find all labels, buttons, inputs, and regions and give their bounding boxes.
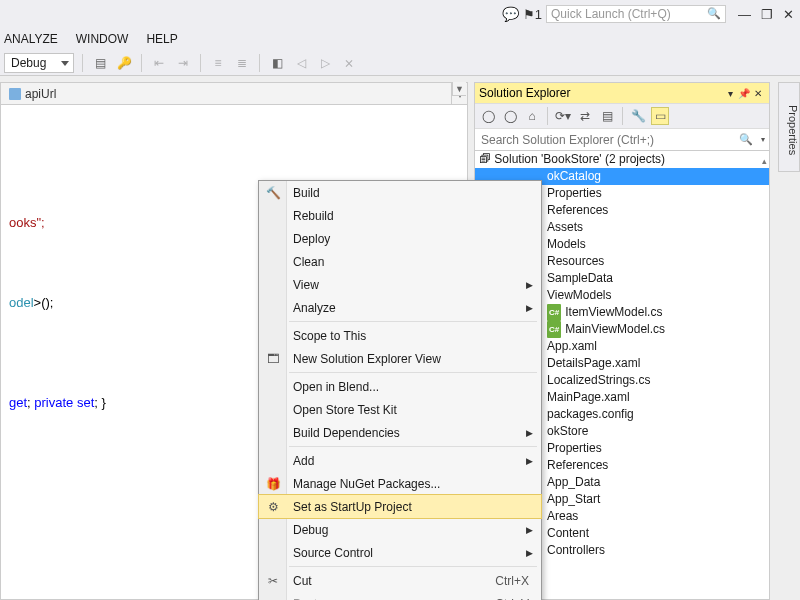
separator xyxy=(547,107,548,125)
next-bookmark-icon[interactable]: ▷ xyxy=(316,54,334,72)
menu-item-label: Clean xyxy=(293,255,324,269)
menu-item-label: Cut xyxy=(293,574,312,588)
config-label: Debug xyxy=(11,56,46,70)
menu-item-add[interactable]: Add▶ xyxy=(259,449,541,472)
menu-item-build-dependencies[interactable]: Build Dependencies▶ xyxy=(259,421,541,444)
menu-item-icon: 🔨 xyxy=(265,186,281,200)
menu-item-scope-to-this[interactable]: Scope to This xyxy=(259,324,541,347)
menu-item-rebuild[interactable]: Rebuild xyxy=(259,204,541,227)
separator xyxy=(622,107,623,125)
show-all-icon[interactable]: ▭ xyxy=(651,107,669,125)
menu-item-label: Build xyxy=(293,186,320,200)
menu-item-source-control[interactable]: Source Control▶ xyxy=(259,541,541,564)
back-icon[interactable]: ◯ xyxy=(479,107,497,125)
prev-bookmark-icon[interactable]: ◁ xyxy=(292,54,310,72)
menu-separator xyxy=(289,372,537,373)
home-icon[interactable]: ⌂ xyxy=(523,107,541,125)
menu-analyze[interactable]: ANALYZE xyxy=(4,32,58,46)
solution-search[interactable]: 🔍 ▾ xyxy=(475,129,769,151)
menu-item-analyze[interactable]: Analyze▶ xyxy=(259,296,541,319)
comment-icon[interactable]: ≡ xyxy=(209,54,227,72)
submenu-arrow-icon: ▶ xyxy=(526,525,533,535)
search-icon: 🔍 xyxy=(707,7,721,20)
restore-button[interactable]: ❐ xyxy=(761,7,773,22)
close-button[interactable]: ✕ xyxy=(783,7,794,22)
new-item-icon[interactable]: ▤ xyxy=(91,54,109,72)
menu-item-label: Debug xyxy=(293,523,328,537)
indent-left-icon[interactable]: ⇤ xyxy=(150,54,168,72)
solution-explorer-title: Solution Explorer xyxy=(479,86,723,100)
field-icon xyxy=(9,88,21,100)
submenu-arrow-icon: ▶ xyxy=(526,280,533,290)
main-toolbar: Debug ▤ 🔑 ⇤ ⇥ ≡ ≣ ◧ ◁ ▷ ⨯ xyxy=(0,50,800,76)
minimize-button[interactable]: — xyxy=(738,7,751,22)
menu-item-manage-nuget-packages[interactable]: 🎁Manage NuGet Packages... xyxy=(259,472,541,495)
pin-icon[interactable]: 📌 xyxy=(737,88,751,99)
menu-separator xyxy=(289,321,537,322)
solution-explorer-header[interactable]: Solution Explorer ▾ 📌 ✕ xyxy=(475,83,769,103)
menu-help[interactable]: HELP xyxy=(146,32,177,46)
notifications-flag[interactable]: ⚑1 xyxy=(523,7,542,22)
forward-icon[interactable]: ◯ xyxy=(501,107,519,125)
menu-item-label: New Solution Explorer View xyxy=(293,352,441,366)
config-combo[interactable]: Debug xyxy=(4,53,74,73)
menu-item-new-solution-explorer-view[interactable]: 🗔New Solution Explorer View xyxy=(259,347,541,370)
clear-bookmarks-icon[interactable]: ⨯ xyxy=(340,54,358,72)
menu-item-deploy[interactable]: Deploy xyxy=(259,227,541,250)
window-controls: — ❐ ✕ xyxy=(738,7,794,22)
context-menu: 🔨BuildRebuildDeployCleanView▶Analyze▶Sco… xyxy=(258,180,542,600)
menu-item-label: Deploy xyxy=(293,232,330,246)
menu-item-icon: ✂ xyxy=(265,574,281,588)
submenu-arrow-icon: ▶ xyxy=(526,548,533,558)
menu-shortcut: Ctrl+X xyxy=(495,574,529,588)
solution-search-input[interactable] xyxy=(479,132,765,148)
menu-item-label: Paste xyxy=(293,597,324,601)
window-position-icon[interactable]: ▾ xyxy=(723,88,737,99)
menu-item-view[interactable]: View▶ xyxy=(259,273,541,296)
submenu-arrow-icon: ▶ xyxy=(526,303,533,313)
menu-item-paste[interactable]: PasteCtrl+V xyxy=(259,592,541,600)
menu-item-icon: ⚙ xyxy=(265,500,281,514)
menu-window[interactable]: WINDOW xyxy=(76,32,129,46)
menu-item-open-in-blend[interactable]: Open in Blend... xyxy=(259,375,541,398)
indent-right-icon[interactable]: ⇥ xyxy=(174,54,192,72)
properties-icon[interactable]: 🔧 xyxy=(629,107,647,125)
menu-item-cut[interactable]: ✂CutCtrl+X xyxy=(259,569,541,592)
editor-nav-bar: apiUrl ▾ xyxy=(1,83,467,105)
submenu-arrow-icon: ▶ xyxy=(526,456,533,466)
separator xyxy=(82,54,83,72)
properties-tab[interactable]: Properties xyxy=(778,82,800,172)
menu-item-clean[interactable]: Clean xyxy=(259,250,541,273)
menu-separator xyxy=(289,566,537,567)
feedback-icon[interactable]: 💬 xyxy=(502,6,519,22)
find-icon[interactable]: 🔑 xyxy=(115,54,133,72)
title-bar: 💬 ⚑1 Quick Launch (Ctrl+Q) 🔍 — ❐ ✕ xyxy=(0,0,800,28)
sync-icon[interactable]: ⟳▾ xyxy=(554,107,572,125)
solution-root[interactable]: 🗊 Solution 'BookStore' (2 projects) xyxy=(475,151,769,168)
close-panel-icon[interactable]: ✕ xyxy=(751,88,765,99)
menu-item-label: Analyze xyxy=(293,301,336,315)
menu-separator xyxy=(289,446,537,447)
scroll-up-icon[interactable]: ▴ xyxy=(762,153,767,170)
menu-item-label: Source Control xyxy=(293,546,373,560)
uncomment-icon[interactable]: ≣ xyxy=(233,54,251,72)
collapse-icon[interactable]: ▤ xyxy=(598,107,616,125)
menu-item-build[interactable]: 🔨Build xyxy=(259,181,541,204)
search-dropdown-icon[interactable]: ▾ xyxy=(761,135,765,144)
bookmark-icon[interactable]: ◧ xyxy=(268,54,286,72)
separator xyxy=(259,54,260,72)
editor-dropdown-arrow[interactable]: ▼ xyxy=(452,82,466,96)
refresh-icon[interactable]: ⇄ xyxy=(576,107,594,125)
menu-item-debug[interactable]: Debug▶ xyxy=(259,518,541,541)
notification-count: 1 xyxy=(535,7,542,22)
quick-launch-input[interactable]: Quick Launch (Ctrl+Q) 🔍 xyxy=(546,5,726,23)
member-dropdown[interactable]: apiUrl xyxy=(9,87,56,101)
menu-item-set-as-startup-project[interactable]: ⚙Set as StartUp Project xyxy=(259,495,541,518)
separator xyxy=(200,54,201,72)
member-label: apiUrl xyxy=(25,87,56,101)
menu-item-open-store-test-kit[interactable]: Open Store Test Kit xyxy=(259,398,541,421)
menu-item-label: Open in Blend... xyxy=(293,380,379,394)
submenu-arrow-icon: ▶ xyxy=(526,428,533,438)
search-icon: 🔍 xyxy=(739,133,753,146)
code-line: ooks"; odel>(); get; private set; } xyxy=(9,215,106,410)
